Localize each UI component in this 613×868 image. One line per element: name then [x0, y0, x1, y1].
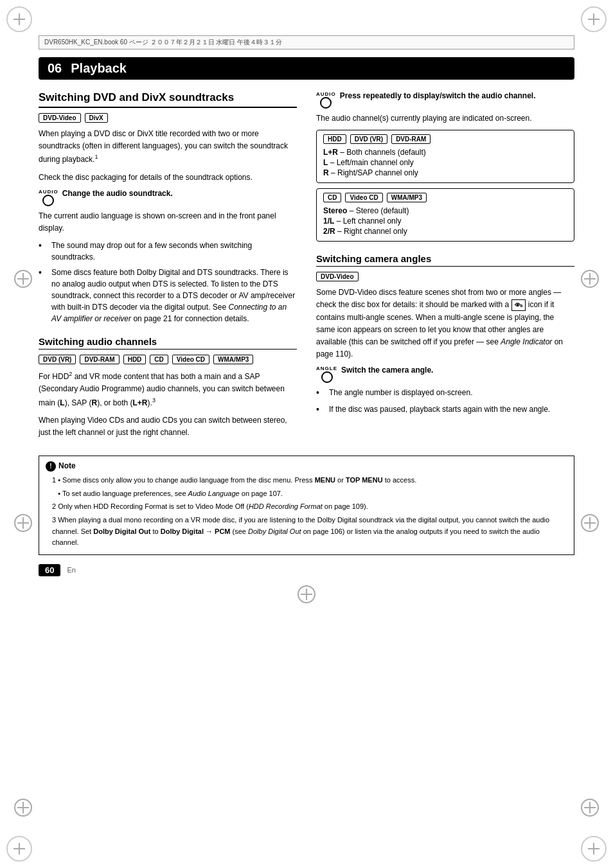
page-lang: En: [67, 566, 75, 574]
channel-box-cd: CD Video CD WMA/MP3 Stereo – Stereo (def…: [316, 188, 574, 242]
angle-icon-inline: 👁a: [511, 299, 526, 311]
section2-body1: For HDD2 and VR mode content that has bo…: [39, 369, 297, 409]
right-column: AUDIO Press repeatedly to display/switch…: [316, 91, 574, 444]
press-audio-instruction: AUDIO Press repeatedly to display/switch…: [316, 91, 574, 125]
badge-videocd: Video CD: [172, 355, 209, 364]
bullet-angle-text-2: If the disc was paused, playback starts …: [329, 403, 550, 416]
section2-body2: When playing Video CDs and audio CDs you…: [39, 414, 297, 439]
section1-badges: DVD-Video DivX: [39, 113, 297, 123]
badge-wma-r: WMA/MP3: [387, 193, 427, 202]
bullet-angle-dot-2: •: [316, 403, 325, 416]
section-camera-angles: Switching camera angles DVD-Video Some D…: [316, 253, 574, 416]
right-marker-lower: [581, 514, 599, 532]
left-marker-bottom: [14, 799, 32, 817]
bullet-angle-dot-1: •: [316, 386, 325, 400]
press-audio-icon-group: AUDIO: [316, 91, 336, 109]
audio-change-instruction: AUDIO Change the audio soundtrack.: [39, 189, 297, 206]
angle-circle-button: [321, 371, 333, 383]
badge-dvd-video-r: DVD-Video: [316, 272, 359, 281]
channel-box-hdd: HDD DVD (VR) DVD-RAM L+R – Both channels…: [316, 130, 574, 183]
section3-badges: DVD-Video: [316, 272, 574, 281]
bullet-text-1: The sound may drop out for a few seconds…: [51, 240, 297, 263]
angle-instruction-group: ANGLE Switch the camera angle.: [316, 366, 574, 383]
badge-hdd: HDD: [123, 355, 147, 364]
left-marker-mid: [14, 270, 32, 288]
angle-label: ANGLE: [316, 366, 337, 371]
channel-r: R – Right/SAP channel only: [323, 168, 567, 177]
note-box: ! Note 1 • Some discs only allow you to …: [39, 456, 574, 555]
press-audio-circle: [320, 97, 332, 109]
corner-decoration-br: [581, 836, 607, 862]
section1-body2: Check the disc packaging for details of …: [39, 172, 297, 184]
top-metadata-bar: DVR650HK_KC_EN.book 60 ページ ２００７年２月２１日 水曜…: [39, 35, 574, 49]
press-audio-detail: The audio channel(s) currently playing a…: [316, 112, 574, 125]
bullet-angle-number: • The angle number is displayed on-scree…: [316, 387, 574, 400]
press-audio-text: Press repeatedly to display/switch the a…: [340, 91, 536, 100]
corner-decoration-tl: [6, 6, 32, 32]
note-item-3: 2 Only when HDD Recording Format is set …: [46, 501, 567, 513]
angle-instruction-text: Switch the camera angle.: [341, 366, 433, 375]
bullet-angle-resume: • If the disc was paused, playback start…: [316, 403, 574, 416]
note-item-2: • To set audio language preferences, see…: [46, 488, 567, 500]
bullet-dot-2: •: [39, 266, 48, 324]
section1-title: Switching DVD and DivX soundtracks: [39, 91, 297, 108]
section3-body: Some DVD-Video discs feature scenes shot…: [316, 287, 574, 360]
corner-decoration-tr: [581, 6, 607, 32]
badge-dvd-vr-r: DVD (VR): [350, 134, 387, 144]
section2-badges: DVD (VR) DVD-RAM HDD CD Video CD WMA/MP3: [39, 355, 297, 364]
badge-dvd-ram-r: DVD-RAM: [391, 134, 431, 144]
badge-cd: CD: [150, 355, 168, 364]
right-marker-bottom: [581, 799, 599, 817]
channel-lr: L+R – Both channels (default): [323, 148, 567, 157]
badge-hdd-r: HDD: [323, 134, 346, 144]
badge-divx: DivX: [85, 113, 108, 123]
badge-dvd-vr: DVD (VR): [39, 355, 76, 364]
audio-icon-group: AUDIO: [39, 189, 58, 206]
channel-stereo: Stereo – Stereo (default): [323, 206, 567, 215]
channel-box2-badges: CD Video CD WMA/MP3: [323, 193, 567, 202]
note-icon: !: [46, 461, 56, 472]
note-item-4: 3 When playing a dual mono recording on …: [46, 515, 567, 549]
right-marker-mid: [581, 270, 599, 288]
content-area: Switching DVD and DivX soundtracks DVD-V…: [39, 91, 574, 444]
metadata-text: DVR650HK_KC_EN.book 60 ページ ２００７年２月２１日 水曜…: [44, 39, 282, 46]
badge-dvd-ram: DVD-RAM: [80, 355, 119, 364]
channel-2r: 2/R – Right channel only: [323, 227, 567, 236]
channel-l: L – Left/main channel only: [323, 158, 567, 167]
section3-title: Switching camera angles: [316, 253, 574, 267]
bullet-text-2: Some discs feature both Dolby Digital an…: [51, 267, 297, 324]
note-label: Note: [58, 460, 76, 472]
left-marker-lower: [14, 514, 32, 532]
audio-label: AUDIO: [39, 189, 58, 195]
press-audio-label: AUDIO: [316, 91, 336, 97]
chapter-number: 06: [48, 61, 62, 76]
section-dvd-divx: Switching DVD and DivX soundtracks DVD-V…: [39, 91, 297, 324]
badge-videocd-r: Video CD: [345, 193, 382, 202]
bullet-sound-dropout: • The sound may drop out for a few secon…: [39, 240, 297, 263]
audio-change-label: Change the audio soundtrack.: [62, 189, 173, 198]
chapter-header: 06 Playback: [39, 57, 574, 80]
badge-dvd-video: DVD-Video: [39, 113, 81, 123]
channel-1l: 1/L – Left channel only: [323, 217, 567, 226]
channel-box1-badges: HDD DVD (VR) DVD-RAM: [323, 134, 567, 144]
corner-decoration-bl: [6, 836, 32, 862]
badge-cd-r: CD: [323, 193, 341, 202]
note-item-1: 1 • Some discs only allow you to change …: [46, 475, 567, 486]
press-audio-group: AUDIO Press repeatedly to display/switch…: [316, 91, 574, 109]
bullet-dolby-dts: • Some discs feature both Dolby Digital …: [39, 267, 297, 324]
audio-instruction-detail: The current audio language is shown on-s…: [39, 210, 297, 235]
bottom-center-marker: [0, 585, 613, 603]
badge-wma-mp3: WMA/MP3: [213, 355, 253, 364]
bullet-angle-text-1: The angle number is displayed on-screen.: [329, 387, 472, 400]
section-audio-channels: Switching audio channels DVD (VR) DVD-RA…: [39, 336, 297, 439]
bullet-dot-1: •: [39, 239, 48, 263]
left-column: Switching DVD and DivX soundtracks DVD-V…: [39, 91, 297, 444]
section2-title: Switching audio channels: [39, 336, 297, 350]
page-number: 60: [39, 564, 60, 576]
chapter-title: Playback: [71, 61, 127, 76]
note-header: ! Note: [46, 460, 567, 472]
angle-icon-group: ANGLE: [316, 366, 337, 383]
page-footer: 60 En: [39, 564, 574, 576]
audio-circle-button: [42, 195, 54, 206]
section1-body1: When playing a DVD disc or DivX title re…: [39, 128, 297, 166]
